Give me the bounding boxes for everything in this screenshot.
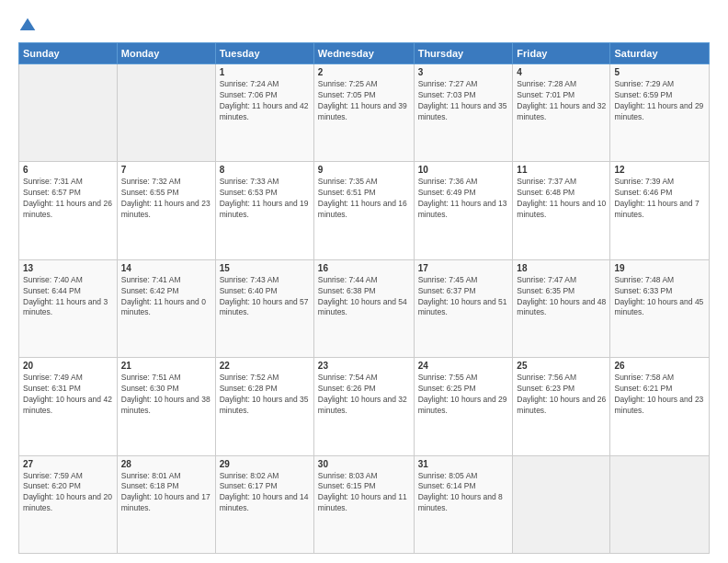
- day-cell: [117, 64, 215, 162]
- day-cell: [19, 64, 118, 162]
- day-cell: 5Sunrise: 7:29 AM Sunset: 6:59 PM Daylig…: [610, 64, 710, 162]
- day-detail: Sunrise: 7:33 AM Sunset: 6:53 PM Dayligh…: [220, 177, 310, 221]
- day-number: 12: [614, 165, 705, 175]
- day-cell: 3Sunrise: 7:27 AM Sunset: 7:03 PM Daylig…: [414, 64, 513, 162]
- day-detail: Sunrise: 7:40 AM Sunset: 6:44 PM Dayligh…: [23, 275, 113, 319]
- day-cell: 20Sunrise: 7:49 AM Sunset: 6:31 PM Dayli…: [19, 358, 118, 455]
- day-detail: Sunrise: 7:25 AM Sunset: 7:05 PM Dayligh…: [318, 79, 410, 123]
- day-number: 15: [220, 263, 310, 273]
- day-detail: Sunrise: 7:43 AM Sunset: 6:40 PM Dayligh…: [220, 275, 310, 319]
- day-number: 20: [23, 361, 113, 371]
- day-number: 14: [121, 263, 211, 273]
- header: [18, 17, 710, 35]
- day-number: 9: [318, 165, 410, 175]
- day-detail: Sunrise: 7:47 AM Sunset: 6:35 PM Dayligh…: [517, 275, 606, 319]
- day-cell: [610, 455, 710, 553]
- day-cell: 6Sunrise: 7:31 AM Sunset: 6:57 PM Daylig…: [19, 162, 118, 259]
- day-detail: Sunrise: 7:59 AM Sunset: 6:20 PM Dayligh…: [23, 471, 113, 515]
- day-number: 21: [121, 361, 211, 371]
- calendar-table: SundayMondayTuesdayWednesdayThursdayFrid…: [18, 42, 710, 554]
- day-number: 2: [318, 67, 410, 77]
- day-cell: 2Sunrise: 7:25 AM Sunset: 7:05 PM Daylig…: [313, 64, 414, 162]
- day-detail: Sunrise: 7:45 AM Sunset: 6:37 PM Dayligh…: [418, 275, 509, 319]
- week-row-4: 20Sunrise: 7:49 AM Sunset: 6:31 PM Dayli…: [19, 358, 710, 455]
- day-cell: 15Sunrise: 7:43 AM Sunset: 6:40 PM Dayli…: [215, 259, 313, 357]
- day-cell: 4Sunrise: 7:28 AM Sunset: 7:01 PM Daylig…: [513, 64, 610, 162]
- week-row-1: 1Sunrise: 7:24 AM Sunset: 7:06 PM Daylig…: [19, 64, 710, 162]
- day-detail: Sunrise: 7:58 AM Sunset: 6:21 PM Dayligh…: [614, 373, 705, 417]
- day-number: 19: [614, 263, 705, 273]
- day-cell: 30Sunrise: 8:03 AM Sunset: 6:15 PM Dayli…: [313, 455, 414, 553]
- day-cell: 31Sunrise: 8:05 AM Sunset: 6:14 PM Dayli…: [414, 455, 513, 553]
- logo-icon: [18, 17, 37, 35]
- day-detail: Sunrise: 7:35 AM Sunset: 6:51 PM Dayligh…: [318, 177, 410, 221]
- day-cell: 13Sunrise: 7:40 AM Sunset: 6:44 PM Dayli…: [19, 259, 118, 357]
- weekday-header-saturday: Saturday: [610, 43, 710, 64]
- day-cell: 19Sunrise: 7:48 AM Sunset: 6:33 PM Dayli…: [610, 259, 710, 357]
- day-number: 22: [220, 361, 310, 371]
- week-row-3: 13Sunrise: 7:40 AM Sunset: 6:44 PM Dayli…: [19, 259, 710, 357]
- weekday-header-monday: Monday: [117, 43, 215, 64]
- logo: [18, 17, 40, 35]
- day-detail: Sunrise: 7:41 AM Sunset: 6:42 PM Dayligh…: [121, 275, 211, 319]
- day-detail: Sunrise: 7:51 AM Sunset: 6:30 PM Dayligh…: [121, 373, 211, 417]
- day-detail: Sunrise: 8:05 AM Sunset: 6:14 PM Dayligh…: [418, 471, 509, 515]
- day-cell: 18Sunrise: 7:47 AM Sunset: 6:35 PM Dayli…: [513, 259, 610, 357]
- day-cell: 9Sunrise: 7:35 AM Sunset: 6:51 PM Daylig…: [313, 162, 414, 259]
- day-detail: Sunrise: 7:31 AM Sunset: 6:57 PM Dayligh…: [23, 177, 113, 221]
- day-cell: 25Sunrise: 7:56 AM Sunset: 6:23 PM Dayli…: [513, 358, 610, 455]
- day-cell: [513, 455, 610, 553]
- day-number: 7: [121, 165, 211, 175]
- day-number: 17: [418, 263, 509, 273]
- day-cell: 27Sunrise: 7:59 AM Sunset: 6:20 PM Dayli…: [19, 455, 118, 553]
- day-detail: Sunrise: 7:27 AM Sunset: 7:03 PM Dayligh…: [418, 79, 509, 123]
- day-cell: 28Sunrise: 8:01 AM Sunset: 6:18 PM Dayli…: [117, 455, 215, 553]
- day-cell: 7Sunrise: 7:32 AM Sunset: 6:55 PM Daylig…: [117, 162, 215, 259]
- weekday-header-wednesday: Wednesday: [313, 43, 414, 64]
- day-cell: 22Sunrise: 7:52 AM Sunset: 6:28 PM Dayli…: [215, 358, 313, 455]
- calendar-page: SundayMondayTuesdayWednesdayThursdayFrid…: [0, 0, 728, 563]
- day-number: 28: [121, 459, 211, 469]
- day-number: 29: [220, 459, 310, 469]
- day-number: 5: [614, 67, 705, 77]
- day-cell: 16Sunrise: 7:44 AM Sunset: 6:38 PM Dayli…: [313, 259, 414, 357]
- day-detail: Sunrise: 7:36 AM Sunset: 6:49 PM Dayligh…: [418, 177, 509, 221]
- day-number: 3: [418, 67, 509, 77]
- day-number: 4: [517, 67, 606, 77]
- day-number: 6: [23, 165, 113, 175]
- weekday-header-row: SundayMondayTuesdayWednesdayThursdayFrid…: [19, 43, 710, 64]
- day-cell: 24Sunrise: 7:55 AM Sunset: 6:25 PM Dayli…: [414, 358, 513, 455]
- day-number: 16: [318, 263, 410, 273]
- day-number: 23: [318, 361, 410, 371]
- day-detail: Sunrise: 7:32 AM Sunset: 6:55 PM Dayligh…: [121, 177, 211, 221]
- day-number: 10: [418, 165, 509, 175]
- day-number: 11: [517, 165, 606, 175]
- day-detail: Sunrise: 7:44 AM Sunset: 6:38 PM Dayligh…: [318, 275, 410, 319]
- day-detail: Sunrise: 7:28 AM Sunset: 7:01 PM Dayligh…: [517, 79, 606, 123]
- day-number: 1: [220, 67, 310, 77]
- day-detail: Sunrise: 7:39 AM Sunset: 6:46 PM Dayligh…: [614, 177, 705, 221]
- day-cell: 12Sunrise: 7:39 AM Sunset: 6:46 PM Dayli…: [610, 162, 710, 259]
- day-detail: Sunrise: 7:37 AM Sunset: 6:48 PM Dayligh…: [517, 177, 606, 221]
- day-detail: Sunrise: 7:56 AM Sunset: 6:23 PM Dayligh…: [517, 373, 606, 417]
- day-number: 25: [517, 361, 606, 371]
- weekday-header-sunday: Sunday: [19, 43, 118, 64]
- day-detail: Sunrise: 7:29 AM Sunset: 6:59 PM Dayligh…: [614, 79, 705, 123]
- week-row-2: 6Sunrise: 7:31 AM Sunset: 6:57 PM Daylig…: [19, 162, 710, 259]
- weekday-header-thursday: Thursday: [414, 43, 513, 64]
- day-cell: 1Sunrise: 7:24 AM Sunset: 7:06 PM Daylig…: [215, 64, 313, 162]
- day-cell: 21Sunrise: 7:51 AM Sunset: 6:30 PM Dayli…: [117, 358, 215, 455]
- day-cell: 11Sunrise: 7:37 AM Sunset: 6:48 PM Dayli…: [513, 162, 610, 259]
- day-cell: 23Sunrise: 7:54 AM Sunset: 6:26 PM Dayli…: [313, 358, 414, 455]
- weekday-header-friday: Friday: [513, 43, 610, 64]
- day-number: 31: [418, 459, 509, 469]
- day-detail: Sunrise: 7:54 AM Sunset: 6:26 PM Dayligh…: [318, 373, 410, 417]
- day-detail: Sunrise: 8:03 AM Sunset: 6:15 PM Dayligh…: [318, 471, 410, 515]
- day-cell: 8Sunrise: 7:33 AM Sunset: 6:53 PM Daylig…: [215, 162, 313, 259]
- day-cell: 10Sunrise: 7:36 AM Sunset: 6:49 PM Dayli…: [414, 162, 513, 259]
- day-number: 18: [517, 263, 606, 273]
- day-number: 24: [418, 361, 509, 371]
- week-row-5: 27Sunrise: 7:59 AM Sunset: 6:20 PM Dayli…: [19, 455, 710, 553]
- day-number: 13: [23, 263, 113, 273]
- day-number: 27: [23, 459, 113, 469]
